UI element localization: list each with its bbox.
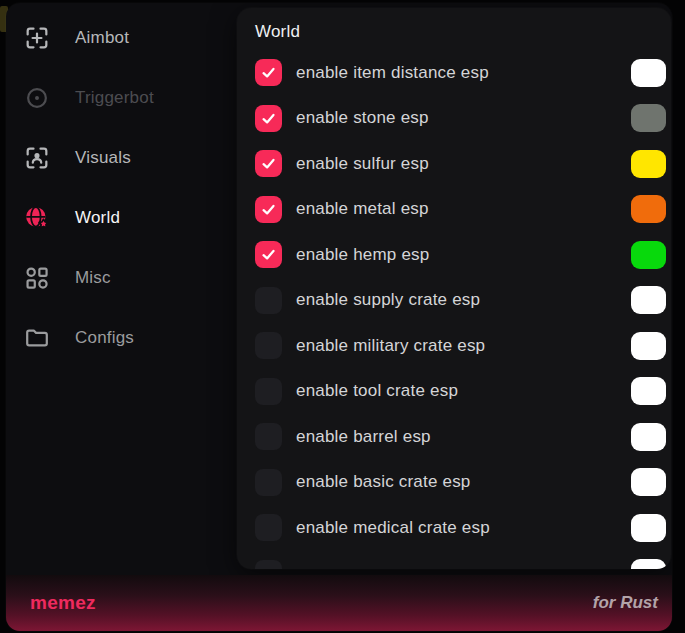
sidebar-item-world[interactable]: World <box>6 188 237 248</box>
esp-option-row: enable military crate esp <box>237 323 671 369</box>
color-swatch[interactable] <box>631 59 666 87</box>
checkbox-checked[interactable] <box>255 196 282 223</box>
options-list[interactable]: enable item distance espenable stone esp… <box>237 50 671 569</box>
esp-option-label: enable medical crate esp <box>296 518 631 538</box>
configs-icon <box>23 324 51 352</box>
color-swatch[interactable] <box>631 514 666 542</box>
color-swatch[interactable] <box>631 104 666 132</box>
esp-option-row: enable metal esp <box>237 187 671 233</box>
esp-option-row: enable supply crate esp <box>237 278 671 324</box>
checkbox-unchecked[interactable] <box>255 469 282 496</box>
color-swatch[interactable] <box>631 150 666 178</box>
color-swatch[interactable] <box>631 241 666 269</box>
esp-option-label: enable barrel esp <box>296 427 631 447</box>
checkbox-checked[interactable] <box>255 105 282 132</box>
color-swatch[interactable] <box>631 377 666 405</box>
world-icon <box>23 204 51 232</box>
esp-option-label: enable military crate esp <box>296 336 631 356</box>
esp-option-row: enable barrel esp <box>237 414 671 460</box>
checkbox-checked[interactable] <box>255 150 282 177</box>
world-settings-panel: World enable item distance espenable sto… <box>237 8 671 569</box>
sidebar-item-label: World <box>75 208 120 228</box>
sidebar-item-label: Triggerbot <box>75 88 154 108</box>
esp-option-label: enable item distance esp <box>296 63 631 83</box>
checkbox-unchecked[interactable] <box>255 378 282 405</box>
checkbox-unchecked[interactable] <box>255 423 282 450</box>
aimbot-icon <box>23 24 51 52</box>
sidebar-item-label: Misc <box>75 268 111 288</box>
esp-option-label: enable stone esp <box>296 108 631 128</box>
checkbox-unchecked[interactable] <box>255 287 282 314</box>
footer-bar: memez for Rust <box>6 575 672 631</box>
misc-icon <box>23 264 51 292</box>
esp-option-row: enable hemp esp <box>237 232 671 278</box>
sidebar-item-configs[interactable]: Configs <box>6 308 237 368</box>
esp-option-label: enable hemp esp <box>296 245 631 265</box>
checkbox-checked[interactable] <box>255 241 282 268</box>
color-swatch[interactable] <box>631 332 666 360</box>
checkbox-unchecked[interactable] <box>255 560 282 569</box>
sidebar-item-misc[interactable]: Misc <box>6 248 237 308</box>
sidebar-nav: AimbotTriggerbotVisualsWorldMiscConfigs <box>6 8 237 576</box>
checkbox-checked[interactable] <box>255 59 282 86</box>
esp-option-row: enable item distance esp <box>237 50 671 96</box>
esp-option-label: enable tool crate esp <box>296 381 631 401</box>
brand-name: memez <box>30 592 96 614</box>
sidebar-item-label: Aimbot <box>75 28 129 48</box>
color-swatch[interactable] <box>631 286 666 314</box>
sidebar-item-label: Visuals <box>75 148 131 168</box>
esp-option-row: enable medical crate esp <box>237 505 671 551</box>
sidebar-item-triggerbot[interactable]: Triggerbot <box>6 68 237 128</box>
esp-option-label: enable supply crate esp <box>296 290 631 310</box>
checkbox-unchecked[interactable] <box>255 514 282 541</box>
product-tagline: for Rust <box>593 593 658 613</box>
panel-title: World <box>255 22 671 42</box>
color-swatch[interactable] <box>631 195 666 223</box>
cheat-menu-window: AimbotTriggerbotVisualsWorldMiscConfigs … <box>6 3 672 631</box>
triggerbot-icon <box>23 84 51 112</box>
visuals-icon <box>23 144 51 172</box>
esp-option-label: enable basic crate esp <box>296 472 631 492</box>
esp-option-label: enable sulfur esp <box>296 154 631 174</box>
esp-option-row: enable stone esp <box>237 96 671 142</box>
color-swatch[interactable] <box>631 468 666 496</box>
checkbox-unchecked[interactable] <box>255 332 282 359</box>
esp-option-label: enable metal esp <box>296 199 631 219</box>
esp-option-row <box>237 551 671 570</box>
esp-option-row: enable sulfur esp <box>237 141 671 187</box>
sidebar-item-aimbot[interactable]: Aimbot <box>6 8 237 68</box>
color-swatch[interactable] <box>631 423 666 451</box>
esp-option-row: enable tool crate esp <box>237 369 671 415</box>
esp-option-row: enable basic crate esp <box>237 460 671 506</box>
color-swatch[interactable] <box>631 559 666 569</box>
sidebar-item-visuals[interactable]: Visuals <box>6 128 237 188</box>
sidebar-item-label: Configs <box>75 328 134 348</box>
